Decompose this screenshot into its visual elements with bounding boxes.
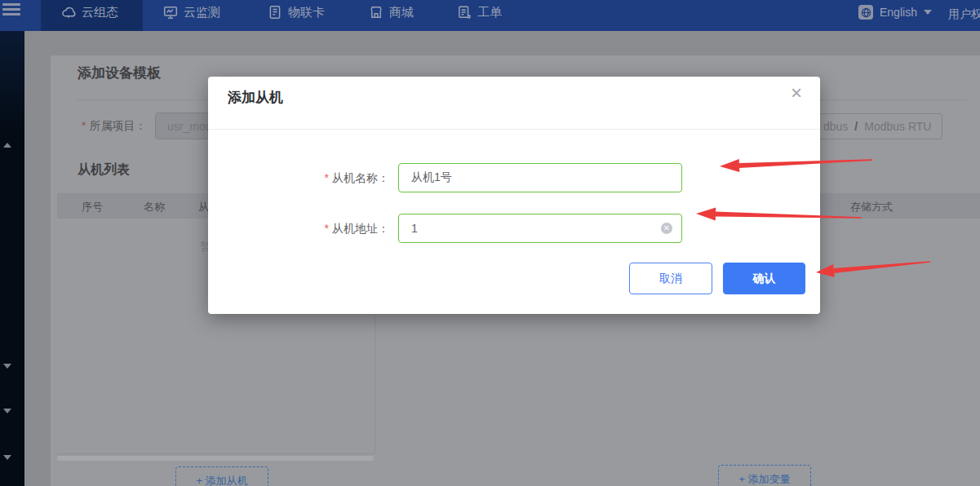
- horizontal-scrollbar[interactable]: [57, 456, 374, 461]
- table-bottom-border: [57, 453, 374, 454]
- required-asterisk: *: [82, 119, 86, 132]
- slave-address-input[interactable]: [398, 214, 682, 243]
- slave-address-input-wrap: ✕: [398, 214, 682, 243]
- top-nav-bar: 云组态 云监测 物联卡: [0, 0, 980, 31]
- slave-name-label-text: 从机名称：: [332, 171, 389, 184]
- cancel-button[interactable]: 取消: [629, 263, 712, 294]
- nav-item-iot-card[interactable]: 物联卡: [268, 0, 325, 24]
- header-cell-index: 序号: [82, 200, 103, 214]
- sidebar-expand-down-icon[interactable]: [3, 455, 11, 460]
- language-label: English: [880, 6, 917, 19]
- dialog-title: 添加从机: [228, 88, 283, 107]
- user-menu-label: 用户权: [948, 7, 980, 20]
- sidebar-expand-down-icon[interactable]: [3, 364, 11, 369]
- add-variable-button[interactable]: + 添加变量: [718, 465, 811, 486]
- protocol-separator: /: [854, 120, 858, 133]
- header-cell-storage: 存储方式: [850, 200, 893, 214]
- nav-item-cloud-config[interactable]: 云组态: [61, 0, 118, 24]
- project-label-text: 所属项目：: [89, 119, 146, 132]
- nav-item-label: 物联卡: [288, 5, 325, 20]
- confirm-button[interactable]: 确认: [723, 263, 805, 294]
- protocol-right: Modbus RTU: [864, 120, 931, 133]
- nav-item-label: 云监测: [184, 5, 220, 20]
- nav-item-mall[interactable]: 商城: [369, 0, 414, 24]
- protocol-left: dbus: [823, 120, 848, 133]
- nav-item-label: 工单: [477, 5, 502, 20]
- header-cell-name: 名称: [144, 200, 165, 214]
- sidebar-expand-down-icon[interactable]: [3, 409, 11, 413]
- nav-item-label: 商城: [389, 5, 414, 20]
- sidebar-expand-up-icon[interactable]: [3, 143, 11, 148]
- nav-item-label: 云组态: [82, 5, 118, 20]
- slave-list-title: 从机列表: [78, 161, 130, 179]
- work-order-icon: [457, 5, 472, 20]
- collapsed-sidebar: [0, 31, 24, 486]
- required-asterisk: *: [325, 171, 329, 184]
- required-asterisk: *: [325, 222, 329, 235]
- slave-address-label: *从机地址：: [255, 222, 389, 236]
- screen: 云组态 云监测 物联卡: [0, 0, 980, 486]
- chevron-down-icon: [924, 10, 932, 15]
- globe-icon: [858, 5, 873, 20]
- cloud-monitor-icon: [163, 5, 178, 20]
- slave-name-label: *从机名称：: [255, 171, 389, 186]
- project-field-label: *所属项目：: [82, 119, 146, 134]
- iot-card-icon: [268, 5, 282, 20]
- page-title: 添加设备模板: [78, 64, 161, 82]
- nav-item-cloud-monitor[interactable]: 云监测: [163, 0, 220, 24]
- nav-item-work-order[interactable]: 工单: [457, 0, 502, 24]
- slave-name-input[interactable]: [398, 163, 682, 192]
- clear-input-icon[interactable]: ✕: [661, 223, 672, 234]
- mall-icon: [369, 5, 384, 20]
- language-selector[interactable]: English: [858, 5, 932, 20]
- protocol-breadcrumb: dbus / Modbus RTU: [804, 113, 942, 139]
- close-icon[interactable]: ×: [791, 83, 802, 103]
- hamburger-menu-icon[interactable]: [2, 3, 20, 18]
- dialog-header-divider: [208, 129, 820, 130]
- slave-address-label-text: 从机地址：: [332, 222, 389, 235]
- user-menu[interactable]: 用户权: [948, 7, 980, 22]
- add-slave-dialog: 添加从机 × *从机名称： *从机地址： ✕ 取消 确认: [208, 77, 820, 314]
- add-slave-button[interactable]: + 添加从机: [175, 466, 268, 486]
- cloud-config-icon: [61, 5, 76, 20]
